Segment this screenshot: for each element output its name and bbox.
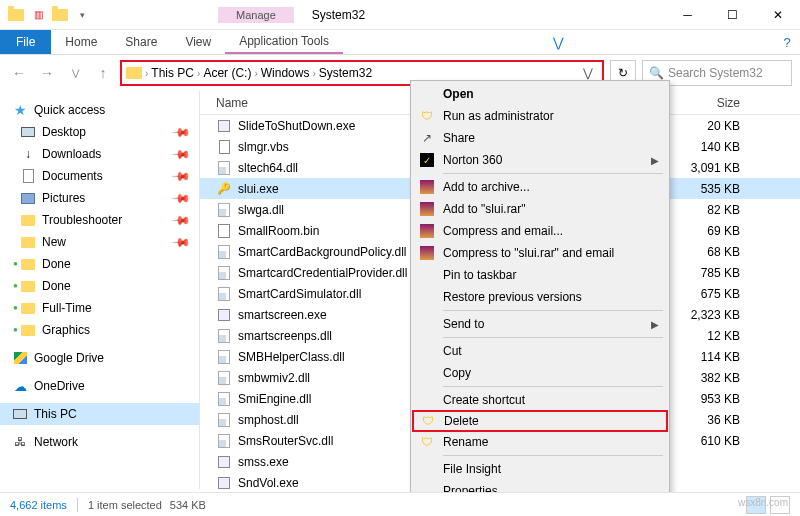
file-icon [216,433,232,449]
tab-view[interactable]: View [171,30,225,54]
menu-pin-taskbar[interactable]: Pin to taskbar [413,264,667,286]
tab-home[interactable]: Home [51,30,111,54]
chevron-right-icon[interactable]: › [145,68,148,79]
file-name: SndVol.exe [238,476,299,490]
sidebar-network[interactable]: 🖧 Network [0,431,199,453]
folder-icon [20,256,36,272]
menu-open[interactable]: Open [413,83,667,105]
breadcrumb-item[interactable]: Acer (C:) [203,66,251,80]
menu-restore-previous[interactable]: Restore previous versions [413,286,667,308]
sidebar-item[interactable]: Troubleshooter📌 [0,209,199,231]
menu-send-to[interactable]: Send to▶ [413,313,667,335]
winrar-icon [419,245,435,261]
shield-icon: 🛡 [419,108,435,124]
folder-icon [20,168,36,184]
file-name: SmsRouterSvc.dll [238,434,333,448]
google-drive-icon [12,350,28,366]
sidebar-quick-access[interactable]: ★ Quick access [0,99,199,121]
file-size: 2,323 KB [660,308,760,322]
column-header-size[interactable]: Size [660,96,760,110]
ribbon-tabs: File Home Share View Application Tools ⋁… [0,30,800,55]
tab-application-tools[interactable]: Application Tools [225,30,343,54]
sidebar-item[interactable]: Full-Time [0,297,199,319]
menu-delete[interactable]: 🛡Delete [412,410,668,432]
menu-share[interactable]: ↗Share [413,127,667,149]
menu-cut[interactable]: Cut [413,340,667,362]
menu-separator [443,455,663,456]
file-size: 675 KB [660,287,760,301]
tab-file[interactable]: File [0,30,51,54]
tab-share[interactable]: Share [111,30,171,54]
chevron-right-icon[interactable]: › [197,68,200,79]
status-selection: 1 item selected [88,499,162,511]
close-button[interactable]: ✕ [755,0,800,30]
breadcrumb-item[interactable]: This PC [151,66,194,80]
menu-add-rar[interactable]: Add to "slui.rar" [413,198,667,220]
file-size: 610 KB [660,434,760,448]
menu-create-shortcut[interactable]: Create shortcut [413,389,667,411]
sidebar-item-label: Graphics [42,323,90,337]
folder-icon [126,67,142,79]
up-button[interactable]: ↑ [92,62,114,84]
sidebar-item[interactable]: Pictures📌 [0,187,199,209]
sidebar-item[interactable]: Done [0,275,199,297]
file-icon [216,349,232,365]
sidebar-onedrive[interactable]: ☁ OneDrive [0,375,199,397]
sidebar-item[interactable]: Documents📌 [0,165,199,187]
sidebar-item[interactable]: Done [0,253,199,275]
chevron-down-icon[interactable]: ⋁ [578,66,598,80]
breadcrumb-item[interactable]: System32 [319,66,372,80]
menu-norton[interactable]: ✓Norton 360▶ [413,149,667,171]
sidebar-item[interactable]: ↓Downloads📌 [0,143,199,165]
watermark: wsx8n.com [738,497,788,508]
file-name: smbwmiv2.dll [238,371,310,385]
properties-icon[interactable]: ▥ [30,7,46,23]
file-icon [216,118,232,134]
sidebar-item[interactable]: Desktop📌 [0,121,199,143]
chevron-right-icon: ▶ [651,319,659,330]
menu-file-insight[interactable]: File Insight [413,458,667,480]
menu-compress-rar-email[interactable]: Compress to "slui.rar" and email [413,242,667,264]
menu-add-archive[interactable]: Add to archive... [413,176,667,198]
folder-icon [20,234,36,250]
file-size: 20 KB [660,119,760,133]
sidebar-item-label: This PC [34,407,77,421]
sidebar-item[interactable]: Graphics [0,319,199,341]
menu-copy[interactable]: Copy [413,362,667,384]
forward-button[interactable]: → [36,62,58,84]
file-size: 3,091 KB [660,161,760,175]
sidebar-this-pc[interactable]: This PC [0,403,199,425]
star-icon: ★ [12,102,28,118]
menu-run-as-admin[interactable]: 🛡Run as administrator [413,105,667,127]
sidebar-item[interactable]: New📌 [0,231,199,253]
file-size: 953 KB [660,392,760,406]
menu-rename[interactable]: 🛡Rename [413,431,667,453]
file-name: smartscreenps.dll [238,329,332,343]
sidebar-item-label: Documents [42,169,103,183]
new-folder-icon[interactable] [52,7,68,23]
chevron-right-icon[interactable]: › [254,68,257,79]
chevron-right-icon[interactable]: › [312,68,315,79]
minimize-button[interactable]: ─ [665,0,710,30]
title-bar: ▥ ▾ Manage System32 ─ ☐ ✕ [0,0,800,30]
quick-access-toolbar: ▥ ▾ [0,7,98,23]
file-name: SmallRoom.bin [238,224,319,238]
shield-icon: 🛡 [419,434,435,450]
sidebar-item-label: Google Drive [34,351,104,365]
menu-compress-email[interactable]: Compress and email... [413,220,667,242]
window-title: System32 [304,8,365,22]
folder-icon [8,7,24,23]
sidebar-google-drive[interactable]: Google Drive [0,347,199,369]
ribbon-expand-icon[interactable]: ⋁ [546,30,572,54]
back-button[interactable]: ← [8,62,30,84]
file-size: 68 KB [660,245,760,259]
file-name: smphost.dll [238,413,299,427]
qat-dropdown-icon[interactable]: ▾ [74,7,90,23]
maximize-button[interactable]: ☐ [710,0,755,30]
winrar-icon [419,179,435,195]
recent-dropdown-icon[interactable]: ⋁ [64,62,86,84]
breadcrumb-item[interactable]: Windows [261,66,310,80]
help-icon[interactable]: ? [774,30,800,54]
file-icon [216,139,232,155]
file-icon [216,244,232,260]
